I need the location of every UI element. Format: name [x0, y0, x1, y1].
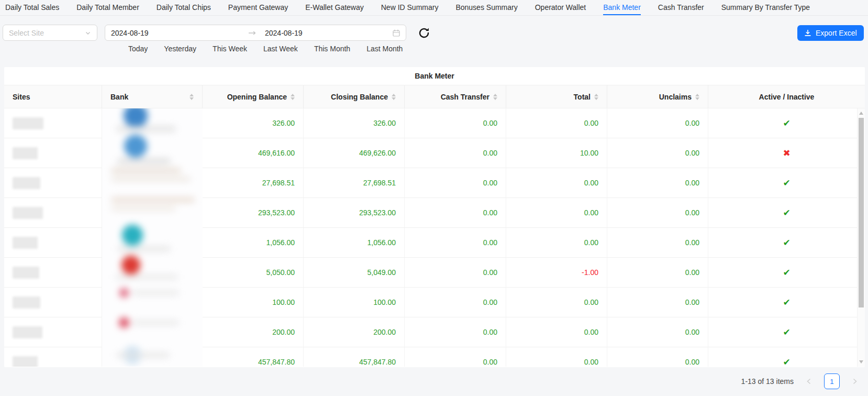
- cell-closing-balance: 200.00: [304, 317, 405, 347]
- table-scrollbar[interactable]: [857, 108, 865, 367]
- scrollbar-thumb[interactable]: [859, 118, 864, 307]
- col-header-sites: Sites: [4, 85, 102, 108]
- tab-summary-by-transfer-type[interactable]: Summary By Transfer Type: [721, 0, 810, 15]
- site-cell: [4, 108, 102, 138]
- download-icon: [804, 29, 811, 37]
- site-cell: [4, 228, 102, 258]
- cell-unclaims: 0.00: [607, 258, 708, 288]
- quick-range-last-week[interactable]: Last Week: [263, 45, 298, 53]
- cell-unclaims: 0.00: [607, 108, 708, 138]
- cell-cash-transfer: 0.00: [405, 228, 506, 258]
- col-header-closing-balance: Closing Balance: [304, 85, 405, 108]
- start-date-input[interactable]: [111, 25, 248, 40]
- table-body: 326.00326.000.000.000.00✔469,616.00469,6…: [4, 108, 865, 367]
- cell-total: -1.00: [506, 258, 607, 288]
- scroll-down-icon[interactable]: [859, 360, 863, 364]
- active-check-icon: ✔: [783, 118, 790, 129]
- redacted-bank-logo: [132, 291, 179, 295]
- cell-active-inactive: ✔: [708, 108, 865, 138]
- redacted-site-name: [13, 296, 40, 309]
- redacted-bank-logo: [119, 317, 129, 328]
- scroll-up-icon[interactable]: [859, 112, 863, 115]
- redacted-bank-logo: [112, 197, 194, 202]
- redacted-bank-logo: [117, 126, 175, 131]
- pagination: 1-13 of 13 items 1: [741, 373, 862, 390]
- redacted-bank-logo: [112, 168, 181, 173]
- cell-closing-balance: 1,056.00: [304, 228, 405, 258]
- active-check-icon: ✔: [783, 327, 790, 338]
- col-header-label: Sites: [13, 93, 30, 101]
- active-check-icon: ✔: [783, 297, 790, 308]
- site-cell: [4, 198, 102, 228]
- site-select[interactable]: Select Site: [3, 25, 97, 41]
- cell-closing-balance: 293,523.00: [304, 198, 405, 228]
- tab-bank-meter[interactable]: Bank Meter: [603, 0, 641, 15]
- cell-closing-balance: 5,049.00: [304, 258, 405, 288]
- col-header-opening-balance: Opening Balance: [203, 85, 304, 108]
- col-header-label: Opening Balance: [227, 93, 287, 101]
- cell-cash-transfer: 0.00: [405, 288, 506, 317]
- tab-cash-transfer[interactable]: Cash Transfer: [658, 0, 704, 15]
- pagination-prev-button[interactable]: [802, 375, 816, 388]
- redacted-bank-logo: [112, 177, 190, 181]
- pagination-page-1[interactable]: 1: [824, 373, 840, 389]
- cell-cash-transfer: 0.00: [405, 168, 506, 198]
- quick-range-today[interactable]: Today: [128, 45, 148, 53]
- tab-payment-gateway[interactable]: Payment Gateway: [228, 0, 288, 15]
- cell-cash-transfer: 0.00: [405, 138, 506, 168]
- col-header-active-inactive: Active / Inactive: [708, 85, 865, 108]
- site-cell: [4, 168, 102, 198]
- pagination-next-button[interactable]: [848, 375, 862, 388]
- cell-closing-balance: 469,626.00: [304, 138, 405, 168]
- redacted-bank-logo: [124, 135, 147, 158]
- site-cell: [4, 317, 102, 347]
- redacted-site-name: [13, 207, 43, 219]
- redacted-bank-logo: [118, 159, 170, 163]
- refresh-button[interactable]: [416, 25, 432, 41]
- tab-daily-total-chips[interactable]: Daily Total Chips: [157, 0, 211, 15]
- site-cell: [4, 258, 102, 288]
- cell-opening-balance: 5,050.00: [203, 258, 304, 288]
- redacted-bank-logo: [132, 321, 179, 325]
- export-excel-button[interactable]: Export Excel: [797, 25, 864, 41]
- sort-icon[interactable]: [695, 94, 699, 100]
- tab-bonuses-summary[interactable]: Bonuses Summary: [455, 0, 517, 15]
- end-date-input[interactable]: [265, 25, 393, 40]
- date-range-picker[interactable]: [105, 25, 406, 41]
- site-cell: [4, 288, 102, 317]
- export-excel-label: Export Excel: [816, 29, 857, 37]
- table-header-row: SitesBankOpening BalanceClosing BalanceC…: [4, 85, 865, 108]
- sort-icon[interactable]: [291, 94, 295, 100]
- cell-active-inactive: ✔: [708, 317, 865, 347]
- pagination-summary: 1-13 of 13 items: [741, 377, 794, 386]
- col-header-total: Total: [506, 85, 607, 108]
- quick-range-this-week[interactable]: This Week: [213, 45, 247, 53]
- cell-cash-transfer: 0.00: [405, 258, 506, 288]
- quick-range-this-month[interactable]: This Month: [314, 45, 350, 53]
- active-check-icon: ✔: [783, 237, 790, 248]
- redacted-site-name: [13, 326, 42, 338]
- col-header-label: Total: [574, 93, 591, 101]
- cell-closing-balance: 326.00: [304, 108, 405, 138]
- tab-new-id-summary[interactable]: New ID Summary: [381, 0, 439, 15]
- cell-unclaims: 0.00: [607, 317, 708, 347]
- cell-total: 0.00: [506, 317, 607, 347]
- cell-opening-balance: 457,847.80: [203, 347, 304, 367]
- tab-daily-total-member[interactable]: Daily Total Member: [76, 0, 139, 15]
- sort-icon[interactable]: [493, 94, 497, 100]
- cell-opening-balance: 200.00: [203, 317, 304, 347]
- tab-operator-wallet[interactable]: Operator Wallet: [535, 0, 586, 15]
- sort-icon[interactable]: [594, 94, 598, 100]
- sort-icon[interactable]: [190, 94, 194, 100]
- cell-active-inactive: ✔: [708, 228, 865, 258]
- cell-total: 0.00: [506, 288, 607, 317]
- tab-daily-total-sales[interactable]: Daily Total Sales: [5, 0, 59, 15]
- cell-unclaims: 0.00: [607, 138, 708, 168]
- cell-unclaims: 0.00: [607, 347, 708, 367]
- quick-range-yesterday[interactable]: Yesterday: [164, 45, 196, 53]
- quick-date-links: TodayYesterdayThis WeekLast WeekThis Mon…: [128, 45, 403, 53]
- calendar-icon: [393, 29, 400, 37]
- sort-icon[interactable]: [392, 94, 396, 100]
- quick-range-last-month[interactable]: Last Month: [366, 45, 403, 53]
- tab-e-wallet-gateway[interactable]: E-Wallet Gateway: [305, 0, 364, 15]
